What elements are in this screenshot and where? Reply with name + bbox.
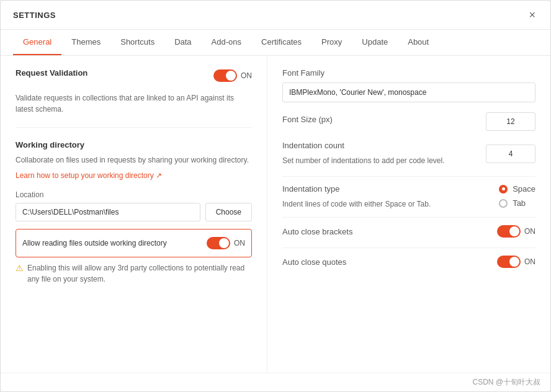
indentation-count-input[interactable] bbox=[486, 145, 535, 163]
request-validation-toggle[interactable] bbox=[213, 69, 237, 82]
tab-bar: General Themes Shortcuts Data Add-ons Ce… bbox=[1, 30, 550, 56]
tab-addons[interactable]: Add-ons bbox=[202, 30, 251, 55]
right-panel: Font Family Font Size (px) Indentation c… bbox=[267, 56, 550, 373]
request-validation-toggle-wrapper: ON bbox=[213, 69, 252, 82]
divider-2 bbox=[282, 176, 535, 177]
warning-icon: ⚠ bbox=[16, 263, 24, 273]
radio-space[interactable]: Space bbox=[499, 184, 535, 194]
tab-general[interactable]: General bbox=[13, 30, 61, 55]
font-family-input[interactable] bbox=[282, 82, 535, 102]
working-directory-section: Working directory Collaborate on files u… bbox=[16, 140, 252, 285]
close-button[interactable]: × bbox=[526, 9, 538, 20]
indentation-type-radio-group: Space Tab bbox=[499, 184, 535, 208]
auto-close-quotes-label: Auto close quotes bbox=[282, 257, 346, 267]
radio-tab-dot bbox=[499, 199, 508, 208]
font-size-row: Font Size (px) bbox=[282, 112, 535, 131]
indentation-type-row: Indentation type Indent lines of code wi… bbox=[282, 184, 535, 210]
warning-text: Enabling this will allow any 3rd party c… bbox=[27, 262, 252, 285]
allow-reading-toggle[interactable] bbox=[207, 237, 230, 249]
request-validation-title: Request Validation bbox=[16, 68, 87, 78]
auto-close-brackets-toggle-wrapper: ON bbox=[497, 225, 535, 238]
tab-about[interactable]: About bbox=[398, 30, 439, 55]
radio-tab-label: Tab bbox=[513, 198, 526, 208]
tab-proxy[interactable]: Proxy bbox=[311, 30, 352, 55]
auto-close-quotes-toggle-text: ON bbox=[524, 257, 535, 266]
font-family-label: Font Family bbox=[282, 68, 535, 78]
auto-close-brackets-label: Auto close brackets bbox=[282, 227, 352, 236]
request-validation-toggle-text: ON bbox=[241, 71, 252, 80]
working-directory-desc: Collaborate on files used in requests by… bbox=[16, 154, 252, 166]
content-area: Request Validation ON Validate requests … bbox=[1, 56, 550, 373]
modal-title: SETTINGS bbox=[13, 11, 56, 20]
indentation-count-label: Indentation count bbox=[282, 141, 486, 150]
tab-themes[interactable]: Themes bbox=[61, 30, 110, 55]
working-directory-title: Working directory bbox=[16, 140, 252, 149]
divider-4 bbox=[282, 247, 535, 248]
auto-close-quotes-row: Auto close quotes ON bbox=[282, 256, 535, 268]
radio-space-label: Space bbox=[513, 184, 535, 194]
auto-close-brackets-toggle[interactable] bbox=[497, 225, 521, 238]
request-validation-desc: Validate requests in collections that ar… bbox=[16, 92, 252, 115]
indentation-type-desc: Indent lines of code with either Space o… bbox=[282, 198, 499, 210]
indentation-count-desc: Set number of indentations to add per co… bbox=[282, 155, 486, 166]
tab-shortcuts[interactable]: Shortcuts bbox=[110, 30, 164, 55]
allow-reading-toggle-text: ON bbox=[234, 239, 245, 247]
auto-close-quotes-toggle-wrapper: ON bbox=[497, 256, 535, 268]
location-section: Location Choose bbox=[16, 190, 252, 221]
radio-space-dot bbox=[499, 185, 508, 194]
location-input-row: Choose bbox=[16, 203, 252, 221]
request-validation-row: Request Validation ON bbox=[16, 68, 252, 82]
font-size-input[interactable] bbox=[486, 112, 535, 131]
allow-reading-label: Allow reading files outside working dire… bbox=[22, 238, 167, 249]
tab-update[interactable]: Update bbox=[352, 30, 398, 55]
font-size-label: Font Size (px) bbox=[282, 115, 333, 124]
auto-close-brackets-toggle-text: ON bbox=[524, 227, 535, 236]
location-input[interactable] bbox=[16, 203, 200, 221]
tab-data[interactable]: Data bbox=[164, 30, 201, 55]
indentation-count-row: Indentation count Set number of indentat… bbox=[282, 141, 535, 166]
radio-tab[interactable]: Tab bbox=[499, 198, 535, 208]
working-directory-link[interactable]: Learn how to setup your working director… bbox=[16, 171, 162, 180]
left-panel: Request Validation ON Validate requests … bbox=[1, 56, 267, 373]
settings-modal: SETTINGS × General Themes Shortcuts Data… bbox=[0, 0, 551, 392]
divider-1 bbox=[16, 127, 252, 128]
divider-3 bbox=[282, 217, 535, 218]
font-family-section: Font Family bbox=[282, 68, 535, 112]
auto-close-quotes-toggle[interactable] bbox=[497, 256, 521, 268]
indentation-type-left: Indentation type Indent lines of code wi… bbox=[282, 184, 499, 210]
watermark: CSDN @十旬叶大叔 bbox=[1, 373, 550, 391]
choose-button[interactable]: Choose bbox=[205, 203, 252, 221]
modal-header: SETTINGS × bbox=[1, 1, 550, 30]
allow-reading-row: Allow reading files outside working dire… bbox=[16, 229, 252, 257]
allow-reading-toggle-wrapper: ON bbox=[207, 237, 245, 249]
tab-certificates[interactable]: Certificates bbox=[251, 30, 311, 55]
location-label: Location bbox=[16, 190, 252, 199]
indentation-type-label: Indentation type bbox=[282, 184, 499, 194]
auto-close-brackets-row: Auto close brackets ON bbox=[282, 225, 535, 238]
warning-row: ⚠ Enabling this will allow any 3rd party… bbox=[16, 262, 252, 285]
indentation-count-left: Indentation count Set number of indentat… bbox=[282, 141, 486, 166]
